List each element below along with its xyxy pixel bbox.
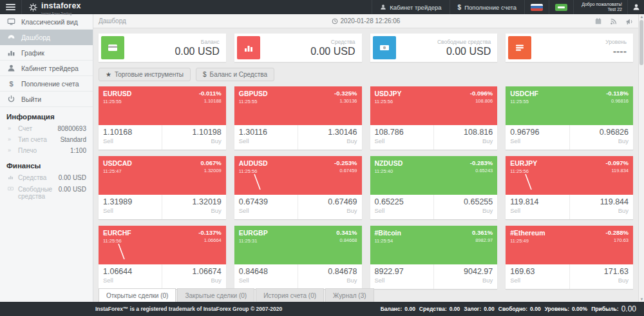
menu-toggle-icon[interactable] xyxy=(0,0,22,14)
info-row-account: » Счет 80800693 xyxy=(0,123,93,134)
sidebar-item-dashboard[interactable]: Дашборд xyxy=(0,30,93,45)
change-percent: -0.097% xyxy=(606,159,629,166)
breadcrumb-bar: Дашборд 2020-01-28 12:26:06 xyxy=(93,14,638,28)
instrument-symbol: USDJPY xyxy=(375,90,402,97)
instrument-tile-gbpusd: GBPUSD 11:25:55 -0.325% 1.30136 1.30116 … xyxy=(234,86,362,150)
tile-header[interactable]: EURJPY 11:25:56 -0.097% 119.834 xyxy=(506,156,633,195)
buy-quote[interactable]: 0.67469 Buy xyxy=(298,195,361,219)
sidebar-item-classic-view[interactable]: Классический вид xyxy=(0,14,93,30)
instrument-tile-eurgbp: EURGBP 11:25:31 0.341% 0.84668 0.84648 S… xyxy=(234,226,362,289)
sell-quote[interactable]: 1.06644 Sell xyxy=(99,264,162,289)
quote-time: 11:25:55 xyxy=(510,99,538,104)
scroll-up-arrow[interactable]: ▲ xyxy=(639,14,644,19)
sell-quote[interactable]: 169.63 Sell xyxy=(506,264,569,289)
brand-name: instaforex xyxy=(41,1,81,10)
tile-header[interactable]: EURUSD 11:25:55 -0.011% 1.10188 xyxy=(99,86,226,125)
quote-time: 11:25:56 xyxy=(375,99,402,104)
user-avatar[interactable] xyxy=(627,0,644,14)
gear-logo-icon xyxy=(28,3,38,12)
deposit-link[interactable]: $ Пополнение счета xyxy=(450,0,525,14)
sell-quote[interactable]: 119.814 Sell xyxy=(506,195,569,219)
buy-quote[interactable]: 0.96826 Buy xyxy=(569,125,633,150)
trading-instruments-button[interactable]: ★ Торговые инструменты xyxy=(99,68,191,81)
quote-time: 11:25:31 xyxy=(239,238,268,244)
flag-green-icon[interactable] xyxy=(549,0,573,14)
sidebar-item-chart[interactable]: График xyxy=(0,45,93,61)
last-price: 0.65243 xyxy=(470,168,493,173)
sell-quote[interactable]: 1.31989 Sell xyxy=(99,195,162,219)
buy-quote[interactable]: 0.65255 Buy xyxy=(433,195,497,219)
sidebar-item-trader-cabinet[interactable]: Кабинет трейдера xyxy=(0,61,93,76)
balance-funds-button[interactable]: $ Баланс и Средства xyxy=(196,68,274,81)
sell-quote[interactable]: 8922.97 Sell xyxy=(370,264,433,289)
buy-quote[interactable]: 0.84678 Buy xyxy=(298,264,361,289)
tile-header[interactable]: USDCHF 11:25:55 -0.118% 0.96816 xyxy=(506,86,633,125)
quote-time: 11:25:55 xyxy=(239,99,268,104)
tile-header[interactable]: USDJPY 11:25:56 -0.096% 108.806 xyxy=(370,86,498,125)
sparkline xyxy=(252,172,263,192)
trader-cabinet-link[interactable]: Кабинет трейдера xyxy=(372,0,449,14)
tile-header[interactable]: #Ethereum 11:25:49 -0.288% 170.63 xyxy=(506,226,633,264)
last-price: 1.30136 xyxy=(334,98,357,104)
sell-quote[interactable]: 1.10168 Sell xyxy=(99,125,162,150)
buy-quote[interactable]: 1.10198 Buy xyxy=(162,125,225,150)
change-percent: -0.283% xyxy=(470,159,493,166)
buy-quote[interactable]: 1.32019 Buy xyxy=(162,195,225,219)
last-price: 170.63 xyxy=(606,237,629,243)
sell-quote[interactable]: 1.30116 Sell xyxy=(234,125,298,150)
sell-quote[interactable]: 0.65225 Sell xyxy=(370,195,433,219)
tile-header[interactable]: AUDUSD 11:25:56 -0.253% 0.67459 xyxy=(234,156,362,195)
last-price: 8982.97 xyxy=(472,237,493,243)
quote-time: 11:25:54 xyxy=(375,238,401,244)
calendar-icon[interactable] xyxy=(594,17,602,25)
credit-card-icon xyxy=(101,36,124,59)
tab-journal[interactable]: Журнал (3) xyxy=(325,288,374,302)
scroll-down-arrow[interactable]: ▼ xyxy=(639,297,644,302)
welcome-text: Добро пожаловать! Test 22 xyxy=(573,0,627,14)
buy-quote[interactable]: 9042.97 Buy xyxy=(433,264,497,289)
sidebar-item-logout[interactable]: Выйти xyxy=(0,92,93,107)
brand-logo[interactable]: instaforex Instant Forex Trading xyxy=(22,0,88,15)
tile-header[interactable]: EURGBP 11:25:31 0.341% 0.84668 xyxy=(234,226,362,264)
buy-quote[interactable]: 171.63 Buy xyxy=(569,264,633,289)
tile-header[interactable]: USDCAD 11:25:47 0.067% 1.32009 xyxy=(99,156,226,195)
stat-value: 0.00 USD xyxy=(396,45,491,57)
buy-quote[interactable]: 108.816 Buy xyxy=(433,125,497,150)
bottom-tabs: Открытые сделки (0) Закрытые сделки (0) … xyxy=(99,288,375,302)
instrument-symbol: EURCHF xyxy=(103,229,131,237)
tile-header[interactable]: EURCHF 11:25:56 -0.137% 1.06664 xyxy=(99,226,226,264)
power-icon xyxy=(7,95,15,103)
vertical-scrollbar[interactable]: ▲ ▼ xyxy=(638,14,644,302)
finance-section-header: Финансы xyxy=(0,156,93,172)
tab-account-history[interactable]: История счета (0) xyxy=(256,288,324,302)
last-price: 0.67459 xyxy=(334,168,357,173)
scrollbar-thumb[interactable] xyxy=(639,20,643,65)
buy-quote[interactable]: 1.30146 Buy xyxy=(298,125,361,150)
buy-quote[interactable]: 1.06674 Buy xyxy=(162,264,225,289)
info-section-header: Информация xyxy=(0,107,93,123)
rss-icon[interactable] xyxy=(610,17,618,25)
sell-quote[interactable]: 108.786 Sell xyxy=(370,125,433,150)
sell-quote[interactable]: 0.96796 Sell xyxy=(506,125,569,150)
sell-quote[interactable]: 0.84648 Sell xyxy=(234,264,298,289)
instrument-tile-usdchf: USDCHF 11:25:55 -0.118% 0.96816 0.96796 … xyxy=(506,86,633,150)
sidebar: Классический вид Дашборд График Кабинет … xyxy=(0,14,93,302)
bar-chart-icon xyxy=(8,174,15,182)
last-price: 0.96816 xyxy=(606,98,629,104)
last-price: 108.806 xyxy=(470,98,493,104)
sell-quote[interactable]: 0.67439 Sell xyxy=(234,195,298,219)
tile-header[interactable]: #Bitcoin 11:25:54 0.361% 8982.97 xyxy=(370,226,498,264)
change-percent: -0.253% xyxy=(334,159,357,166)
tab-open-trades[interactable]: Открытые сделки (0) xyxy=(99,288,176,302)
megaphone-icon[interactable] xyxy=(625,17,633,25)
instruments-grid: EURUSD 11:25:55 -0.011% 1.10188 1.10168 … xyxy=(93,84,638,289)
buy-quote[interactable]: 119.844 Buy xyxy=(569,195,633,219)
flag-russia-icon[interactable] xyxy=(524,0,549,14)
tile-header[interactable]: NZDUSD 11:25:40 -0.283% 0.65243 xyxy=(370,156,498,195)
finance-row-free-margin: Свободные средства 0.00 USD xyxy=(0,184,93,202)
sidebar-item-deposit[interactable]: $ Пополнение счета xyxy=(0,76,93,92)
stats-row: Баланс 0.00 USD Средства 0.00 USD Свобод… xyxy=(93,28,638,64)
instrument-tile-eurjpy: EURJPY 11:25:56 -0.097% 119.834 119.814 … xyxy=(506,156,633,219)
tab-closed-trades[interactable]: Закрытые сделки (0) xyxy=(177,288,254,302)
tile-header[interactable]: GBPUSD 11:25:55 -0.325% 1.30136 xyxy=(234,86,362,125)
